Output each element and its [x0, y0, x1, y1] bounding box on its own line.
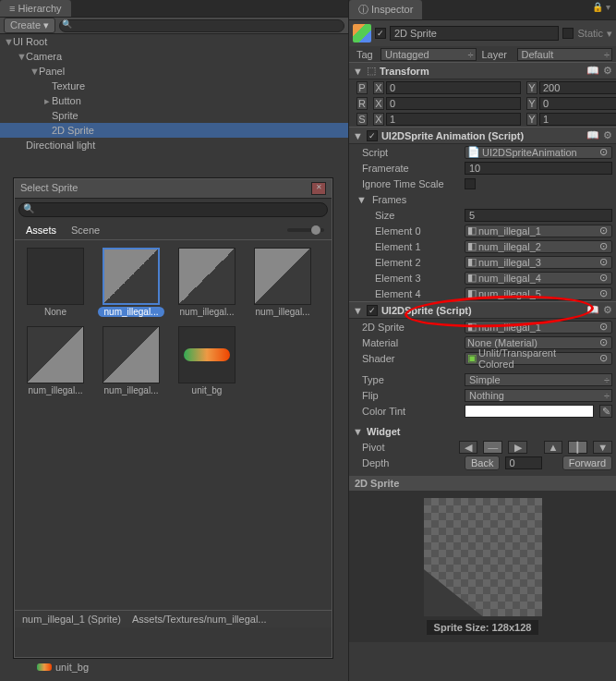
object-picker-icon[interactable]: ⊙ [598, 225, 610, 237]
static-checkbox[interactable] [562, 28, 574, 39]
gear-icon[interactable]: ⚙ [603, 65, 612, 77]
pivot-right[interactable]: ▶ [508, 441, 527, 454]
tree-item-panel[interactable]: ▼Panel [0, 64, 348, 79]
r-button[interactable]: R [356, 97, 368, 110]
scl-x[interactable] [386, 113, 521, 126]
pivot-vcenter[interactable]: ┃ [568, 441, 587, 454]
pivot-hcenter[interactable]: — [483, 441, 502, 454]
flip-dropdown[interactable]: Nothing [465, 389, 612, 402]
help-icon[interactable]: 📖 [586, 65, 599, 77]
gear-icon[interactable]: ⚙ [603, 129, 612, 141]
element-label: Element 1 [353, 241, 459, 252]
rot-y[interactable] [539, 97, 616, 110]
transform-header[interactable]: ▼⬚Transform📖 ⚙ [349, 62, 616, 79]
p-button[interactable]: P [356, 81, 368, 94]
color-field[interactable] [465, 405, 594, 418]
tree-item-texture[interactable]: Texture [0, 79, 348, 93]
object-picker-icon[interactable]: ⊙ [598, 352, 610, 364]
object-picker-icon[interactable]: ⊙ [598, 321, 610, 333]
script-field[interactable]: 📄UI2DSpriteAnimation⊙ [465, 146, 612, 159]
depth-field[interactable] [505, 456, 542, 469]
sprite-item-3[interactable]: num_illegal... [249, 248, 316, 317]
element-field-2[interactable]: ◧num_illegal_3⊙ [465, 256, 612, 269]
scene-tab[interactable]: Scene [67, 223, 103, 237]
shader-field[interactable]: ▣Unlit/Transparent Colored⊙ [465, 352, 612, 365]
widget-header[interactable]: ▼Widget [349, 424, 616, 439]
sprite-item-0[interactable]: None [22, 248, 89, 317]
ignore-time-checkbox[interactable] [465, 178, 476, 189]
sprite-item-1[interactable]: num_illegal... [98, 248, 164, 317]
scl-y[interactable] [539, 113, 616, 126]
tree-item-2dsprite[interactable]: 2D Sprite [0, 123, 348, 138]
pivot-bottom[interactable]: ▼ [593, 441, 612, 454]
ui2dsprite-header[interactable]: ▼✓UI2DSprite (Script)📖 ⚙ [349, 301, 616, 319]
object-picker-icon[interactable]: ⊙ [598, 146, 610, 158]
depth-back-button[interactable]: Back [465, 456, 500, 470]
object-picker-icon[interactable]: ⊙ [598, 272, 610, 284]
anim-header[interactable]: ▼✓UI2DSprite Animation (Script)📖 ⚙ [349, 127, 616, 144]
object-picker-icon[interactable]: ⊙ [598, 256, 610, 268]
element-field-3[interactable]: ◧num_illegal_4⊙ [465, 272, 612, 285]
object-picker-icon[interactable]: ⊙ [598, 240, 610, 252]
s-button[interactable]: S [356, 113, 368, 126]
depth-forward-button[interactable]: Forward [562, 456, 612, 470]
layer-dropdown[interactable]: Default [517, 48, 613, 61]
rot-x[interactable] [386, 97, 521, 110]
element-field-1[interactable]: ◧num_illegal_2⊙ [465, 240, 612, 253]
sprite-item-label: num_illegal... [22, 385, 89, 395]
transform-icon: ⬚ [367, 65, 376, 77]
sprite-icon: ◧ [467, 240, 477, 252]
active-checkbox[interactable]: ✓ [375, 28, 386, 39]
foldout-icon: ▼ [353, 66, 363, 77]
element-field-4[interactable]: ◧num_illegal_5⊙ [465, 287, 612, 300]
pivot-top[interactable]: ▲ [544, 441, 563, 454]
2dsprite-field[interactable]: ◧num_illegal_1⊙ [465, 321, 612, 334]
tree-item-camera[interactable]: ▼Camera [0, 49, 348, 64]
sprite-item-label: num_illegal... [98, 307, 164, 317]
element-label: Element 0 [353, 225, 459, 237]
sprite-item-5[interactable]: num_illegal... [98, 326, 164, 395]
hierarchy-search[interactable] [59, 19, 344, 32]
pos-x[interactable] [386, 81, 521, 94]
help-icon[interactable]: 📖 [586, 129, 599, 141]
gear-icon[interactable]: ⚙ [603, 304, 612, 316]
element-field-0[interactable]: ◧num_illegal_1⊙ [465, 225, 612, 237]
2dsprite-label: 2D Sprite [353, 322, 459, 333]
hierarchy-tab[interactable]: ≡ Hierarchy [0, 0, 71, 17]
anim-enable-checkbox[interactable]: ✓ [367, 130, 378, 141]
sprite-item-2[interactable]: num_illegal... [174, 248, 240, 317]
tree-item-button[interactable]: ▸Button [0, 93, 348, 108]
lock-icon[interactable]: 🔒 ▾ [586, 0, 616, 14]
create-button[interactable]: Create ▾ [4, 18, 55, 33]
ui2d-enable-checkbox[interactable]: ✓ [367, 305, 378, 316]
foldout-icon[interactable]: ▼ [353, 194, 367, 205]
tree-item-light[interactable]: Directional light [0, 138, 348, 152]
close-button[interactable]: ✕ [311, 182, 326, 195]
shader-icon: ▣ [467, 352, 477, 364]
eyedropper-icon[interactable]: ✎ [599, 405, 612, 418]
sprite-item-6[interactable]: unit_bg [174, 326, 240, 395]
sprite-search[interactable] [18, 202, 328, 217]
size-field[interactable]: 5 [465, 209, 612, 222]
element-label: Element 3 [353, 273, 459, 284]
tag-dropdown[interactable]: Untagged [380, 48, 477, 61]
type-dropdown[interactable]: Simple [465, 373, 612, 386]
asset-thumb-icon [37, 663, 52, 671]
object-name-field[interactable]: 2D Sprite [390, 26, 559, 41]
assets-tab[interactable]: Assets [22, 223, 60, 237]
help-icon[interactable]: 📖 [586, 304, 599, 316]
tree-item-uiroot[interactable]: ▼UI Root [0, 34, 348, 49]
inspector-tab[interactable]: ⓘ Inspector [349, 0, 422, 19]
pivot-left[interactable]: ◀ [459, 441, 478, 454]
sprite-item-4[interactable]: num_illegal... [22, 326, 89, 395]
object-picker-icon[interactable]: ⊙ [598, 336, 610, 348]
framerate-field[interactable]: 10 [465, 162, 612, 175]
pivot-label: Pivot [353, 442, 453, 453]
pos-y[interactable] [539, 81, 616, 94]
object-picker-icon[interactable]: ⊙ [598, 287, 610, 299]
size-label: Size [353, 210, 459, 221]
gameobject-icon[interactable] [353, 24, 371, 43]
project-item[interactable]: unit_bg [37, 662, 89, 673]
tree-item-sprite[interactable]: Sprite [0, 108, 348, 123]
thumbnail-size-slider[interactable] [111, 228, 324, 232]
